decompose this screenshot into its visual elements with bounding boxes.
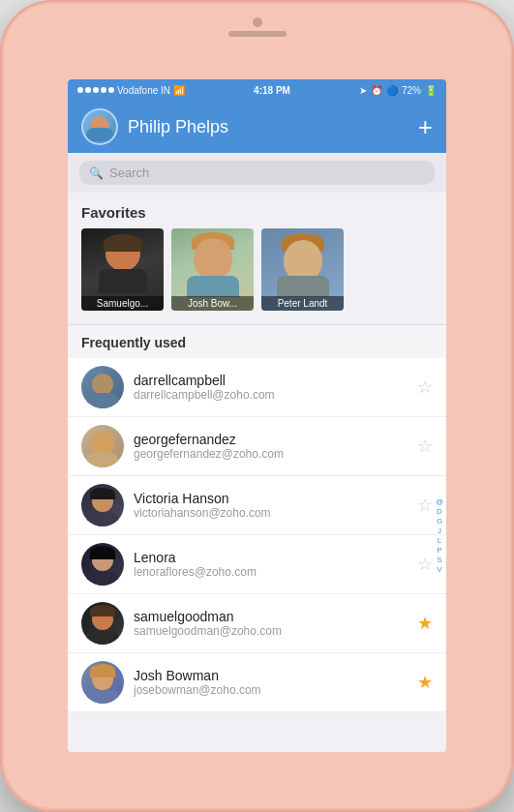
main-content: Favorites Samuelgo... xyxy=(68,193,446,752)
frequently-used-section: Frequently used darrellcampbell darrellc… xyxy=(68,324,446,712)
contact-info-victoriahanson: Victoria Hanson victoriahanson@zoho.com xyxy=(134,491,408,520)
favorite-label-josh: Josh Bow... xyxy=(171,296,254,311)
contact-item-darrellcampbell[interactable]: darrellcampbell darrellcampbell@zoho.com… xyxy=(68,358,446,417)
alpha-p[interactable]: P xyxy=(435,546,444,555)
contact-email-joshbowman: josebowman@zoho.com xyxy=(134,683,408,697)
star-lenora[interactable]: ☆ xyxy=(417,554,433,575)
search-icon: 🔍 xyxy=(89,166,104,180)
favorites-row: Samuelgo... Josh Bow... xyxy=(68,228,446,324)
star-samuelgoodman[interactable]: ★ xyxy=(417,613,433,634)
avatar-joshbowman xyxy=(81,661,124,704)
star-victoriahanson[interactable]: ☆ xyxy=(417,495,433,516)
alpha-l[interactable]: L xyxy=(435,536,444,545)
add-contact-button[interactable]: + xyxy=(418,114,433,139)
phone-top-notch xyxy=(228,17,287,37)
avatar-lenora xyxy=(81,543,124,586)
location-icon: ➤ xyxy=(359,85,367,96)
contact-name-darrellcampbell: darrellcampbell xyxy=(134,373,408,388)
contact-email-darrellcampbell: darrellcampbell@zoho.com xyxy=(134,388,408,402)
alpha-at[interactable]: @ xyxy=(435,497,444,506)
status-left: Vodafone IN 📶 xyxy=(77,85,185,96)
screen: Vodafone IN 📶 4:18 PM ➤ ⏰ 🔵 72% 🔋 xyxy=(68,79,446,752)
front-camera xyxy=(253,17,262,27)
search-bar[interactable]: 🔍 Search xyxy=(79,161,435,185)
contact-list: darrellcampbell darrellcampbell@zoho.com… xyxy=(68,358,446,712)
avatar-victoriahanson xyxy=(81,484,124,526)
favorite-label-peter: Peter Landt xyxy=(261,296,344,311)
star-darrellcampbell[interactable]: ☆ xyxy=(417,376,433,398)
contact-item-georgefernandez[interactable]: georgefernandez georgefernandez@zoho.com… xyxy=(68,417,446,476)
favorite-item-josh[interactable]: Josh Bow... xyxy=(171,228,254,311)
favorites-section: Favorites Samuelgo... xyxy=(68,193,446,324)
earpiece-speaker xyxy=(228,31,287,37)
app-header: Philip Phelps + xyxy=(68,101,446,153)
status-right: ➤ ⏰ 🔵 72% 🔋 xyxy=(359,85,437,96)
contact-name-victoriahanson: Victoria Hanson xyxy=(134,491,408,506)
signal-strength xyxy=(77,87,114,93)
contact-email-lenora: lenoraflores@zoho.com xyxy=(134,565,408,579)
contact-item-victoriahanson[interactable]: Victoria Hanson victoriahanson@zoho.com … xyxy=(68,476,446,535)
contact-email-samuelgoodman: samuelgoodman@zoho.com xyxy=(134,624,408,638)
alarm-icon: ⏰ xyxy=(371,85,382,96)
status-bar: Vodafone IN 📶 4:18 PM ➤ ⏰ 🔵 72% 🔋 xyxy=(68,79,446,101)
contact-item-joshbowman[interactable]: Josh Bowman josebowman@zoho.com ★ xyxy=(68,653,446,712)
contact-name-joshbowman: Josh Bowman xyxy=(134,668,408,683)
frequently-used-title: Frequently used xyxy=(68,325,446,358)
alpha-v[interactable]: V xyxy=(435,565,444,574)
alpha-j[interactable]: J xyxy=(435,526,444,535)
favorites-title: Favorites xyxy=(68,193,446,228)
contact-list-wrapper: darrellcampbell darrellcampbell@zoho.com… xyxy=(68,358,446,712)
favorite-label-samuel: Samuelgo... xyxy=(81,296,164,311)
contact-info-georgefernandez: georgefernandez georgefernandez@zoho.com xyxy=(134,432,408,461)
alphabet-index[interactable]: @ D G J L P S V xyxy=(435,497,444,574)
header-avatar[interactable] xyxy=(81,108,118,145)
avatar-samuelgoodman xyxy=(81,602,124,645)
favorite-item-samuel[interactable]: Samuelgo... xyxy=(81,228,164,311)
star-georgefernandez[interactable]: ☆ xyxy=(417,436,433,457)
contact-info-joshbowman: Josh Bowman josebowman@zoho.com xyxy=(134,668,408,697)
avatar-darrellcampbell xyxy=(81,366,124,408)
alpha-g[interactable]: G xyxy=(435,517,444,526)
contact-name-georgefernandez: georgefernandez xyxy=(134,432,408,447)
star-joshbowman[interactable]: ★ xyxy=(417,672,433,693)
battery-icon: 🔋 xyxy=(425,85,437,96)
contact-email-georgefernandez: georgefernandez@zoho.com xyxy=(134,447,408,461)
contact-email-victoriahanson: victoriahanson@zoho.com xyxy=(134,506,408,520)
contact-info-darrellcampbell: darrellcampbell darrellcampbell@zoho.com xyxy=(134,373,408,402)
favorite-item-peter[interactable]: Peter Landt xyxy=(261,228,344,311)
contact-item-samuelgoodman[interactable]: samuelgoodman samuelgoodman@zoho.com ★ xyxy=(68,594,446,653)
contact-item-lenora[interactable]: Lenora lenoraflores@zoho.com ☆ xyxy=(68,535,446,594)
alpha-s[interactable]: S xyxy=(435,556,444,564)
contact-name-lenora: Lenora xyxy=(134,550,408,565)
avatar-georgefernandez xyxy=(81,425,124,467)
search-input[interactable]: Search xyxy=(109,165,149,180)
contact-info-samuelgoodman: samuelgoodman samuelgoodman@zoho.com xyxy=(134,609,408,638)
contact-info-lenora: Lenora lenoraflores@zoho.com xyxy=(134,550,408,579)
battery-percent: 72% xyxy=(402,85,421,96)
phone-frame: Vodafone IN 📶 4:18 PM ➤ ⏰ 🔵 72% 🔋 xyxy=(0,0,514,812)
search-container: 🔍 Search xyxy=(68,153,446,193)
header-user-name: Philip Phelps xyxy=(128,117,228,137)
bluetooth-icon: 🔵 xyxy=(386,85,398,96)
wifi-icon: 📶 xyxy=(173,85,185,96)
alpha-d[interactable]: D xyxy=(435,507,444,516)
clock: 4:18 PM xyxy=(254,85,290,96)
header-user-info[interactable]: Philip Phelps xyxy=(81,108,228,145)
contact-name-samuelgoodman: samuelgoodman xyxy=(134,609,408,624)
carrier-name: Vodafone IN xyxy=(117,85,170,96)
